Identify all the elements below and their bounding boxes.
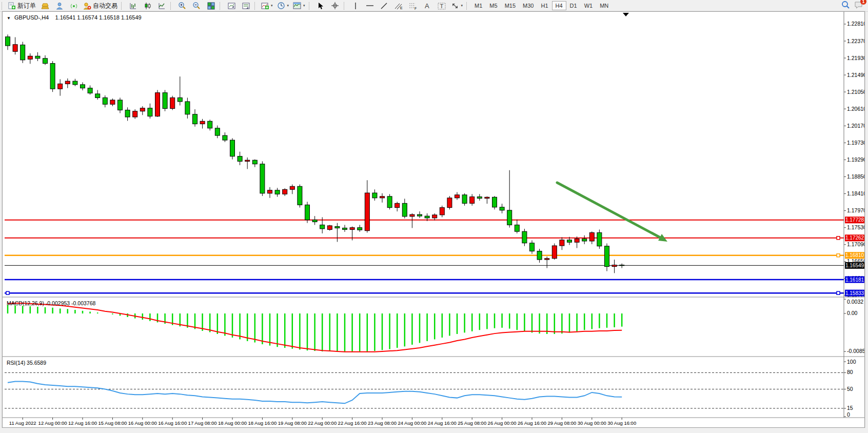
timeframe-m15[interactable]: M15 — [501, 1, 519, 10]
autotrade-button[interactable]: 自动交易 — [81, 0, 120, 11]
svg-text:1.17728: 1.17728 — [845, 217, 864, 223]
bar-chart-button[interactable] — [126, 0, 140, 11]
svg-text:1.22810: 1.22810 — [847, 21, 864, 27]
fibonacci-button[interactable]: F — [406, 0, 420, 11]
svg-text:30 Aug 00:00: 30 Aug 00:00 — [578, 420, 606, 426]
zoom-in-button[interactable] — [175, 0, 189, 11]
svg-text:80: 80 — [847, 369, 853, 375]
svg-text:12 Aug 00:00: 12 Aug 00:00 — [38, 420, 67, 426]
toolbar-grip — [344, 2, 346, 10]
svg-text:1.16549: 1.16549 — [845, 263, 864, 268]
svg-text:1.21930: 1.21930 — [847, 55, 864, 61]
equidistant-channel-button[interactable]: E — [391, 0, 406, 11]
svg-text:1.16181: 1.16181 — [845, 277, 864, 283]
candlestick-chart-icon — [144, 2, 151, 10]
candlestick-chart-button[interactable] — [140, 0, 154, 11]
svg-text:T: T — [440, 3, 443, 9]
market-button[interactable] — [52, 0, 67, 11]
add-indicator-button[interactable]: ▾ — [259, 0, 275, 11]
svg-text:1.19730: 1.19730 — [847, 140, 864, 146]
new-order-button[interactable]: 新订单 — [6, 0, 38, 11]
svg-text:1.22370: 1.22370 — [847, 38, 864, 44]
toolbar-grip — [2, 2, 4, 10]
chevron-down-icon: ▾ — [303, 4, 305, 8]
timeframe-m5[interactable]: M5 — [486, 1, 501, 10]
svg-text:1.20610: 1.20610 — [847, 106, 864, 112]
svg-text:23 Aug 08:00: 23 Aug 08:00 — [368, 420, 397, 426]
horizontal-line-button[interactable] — [363, 0, 377, 11]
add-indicator-icon — [261, 2, 269, 10]
svg-text:1.17530: 1.17530 — [847, 224, 864, 230]
cursor-arrow-icon — [317, 2, 324, 10]
svg-text:26 Aug 00:00: 26 Aug 00:00 — [488, 420, 517, 426]
zoom-out-icon — [192, 2, 201, 10]
svg-text:17 Aug 08:00: 17 Aug 08:00 — [188, 420, 217, 426]
chart-canvas[interactable]: 1.228101.223701.219301.214901.210501.206… — [3, 12, 864, 427]
timeframe-h1[interactable]: H1 — [537, 1, 551, 10]
svg-text:1.21050: 1.21050 — [847, 89, 864, 95]
zoom-in-icon — [178, 2, 186, 10]
svg-text:1.17090: 1.17090 — [847, 241, 864, 247]
timeframe-m30[interactable]: M30 — [519, 1, 537, 10]
toolbar-grip — [466, 2, 469, 10]
toolbar-grip — [121, 2, 124, 10]
autotrade-label: 自动交易 — [93, 2, 117, 10]
periods-button[interactable]: ▾ — [275, 0, 291, 11]
svg-text:19 Aug 08:00: 19 Aug 08:00 — [278, 420, 307, 426]
horizontal-line-icon — [366, 3, 374, 9]
vertical-line-button[interactable] — [348, 0, 363, 11]
svg-text:30 Aug 16:00: 30 Aug 16:00 — [607, 420, 636, 426]
text-label-button[interactable]: T — [435, 0, 449, 11]
data-window-icon — [228, 2, 235, 10]
chat-button[interactable]: 1 — [854, 1, 863, 10]
navigator-icon — [242, 2, 250, 10]
crosshair-button[interactable] — [328, 0, 342, 11]
text-button[interactable]: A — [420, 0, 435, 11]
timeframe-w1[interactable]: W1 — [581, 1, 597, 10]
navigator-button[interactable] — [239, 0, 253, 11]
tile-windows-icon — [207, 2, 215, 10]
svg-text:16 Aug 16:00: 16 Aug 16:00 — [158, 420, 187, 426]
periods-clock-icon — [277, 2, 285, 10]
templates-button[interactable]: ▾ — [291, 0, 307, 11]
data-window-button[interactable] — [224, 0, 239, 11]
arrow-objects-icon — [451, 2, 459, 10]
market-person-icon — [56, 2, 64, 10]
svg-text:50: 50 — [847, 386, 853, 392]
fibonacci-icon: F — [409, 2, 417, 10]
svg-text:1.21490: 1.21490 — [847, 72, 864, 78]
svg-text:11 Aug 2022: 11 Aug 2022 — [9, 420, 36, 426]
svg-text:22 Aug 00:00: 22 Aug 00:00 — [308, 420, 337, 426]
autotrade-icon — [83, 2, 91, 10]
deposit-gold-button[interactable] — [38, 0, 52, 11]
chevron-down-icon: ▾ — [271, 4, 273, 8]
svg-text:A: A — [425, 2, 429, 10]
chart-symbol-period: GBPUSD-,H4 — [14, 14, 49, 21]
bar-chart-icon — [129, 2, 137, 10]
line-chart-button[interactable] — [154, 0, 169, 11]
timeframe-mn[interactable]: MN — [596, 1, 612, 10]
chart-title: ▼ GBPUSD-,H4 1.16541 1.16574 1.16518 1.1… — [7, 14, 142, 21]
svg-text:F: F — [415, 7, 417, 10]
signal-button[interactable] — [67, 0, 81, 11]
collapse-triangle-icon[interactable]: ▼ — [7, 16, 11, 21]
timeframe-m1[interactable]: M1 — [471, 1, 486, 10]
cursor-button[interactable] — [313, 0, 328, 11]
svg-text:1.18850: 1.18850 — [847, 173, 864, 180]
text-icon: A — [424, 2, 430, 10]
timeframe-d1[interactable]: D1 — [566, 1, 581, 10]
search-icon[interactable] — [841, 1, 850, 11]
toolbar-grip — [309, 2, 311, 10]
svg-text:18 Aug 00:00: 18 Aug 00:00 — [218, 420, 247, 426]
timeframe-h4[interactable]: H4 — [552, 1, 566, 10]
chart-window: ▼ GBPUSD-,H4 1.16541 1.16574 1.16518 1.1… — [2, 11, 865, 428]
tile-windows-button[interactable] — [204, 0, 218, 11]
arrow-objects-button[interactable]: ▾ — [449, 0, 465, 11]
new-order-icon — [8, 2, 16, 10]
signal-waves-icon — [70, 2, 78, 10]
svg-text:1.18410: 1.18410 — [847, 190, 864, 196]
chevron-down-icon: ▾ — [461, 4, 463, 8]
zoom-out-button[interactable] — [189, 0, 204, 11]
trendline-button[interactable] — [377, 0, 391, 11]
svg-text:E: E — [400, 6, 403, 10]
